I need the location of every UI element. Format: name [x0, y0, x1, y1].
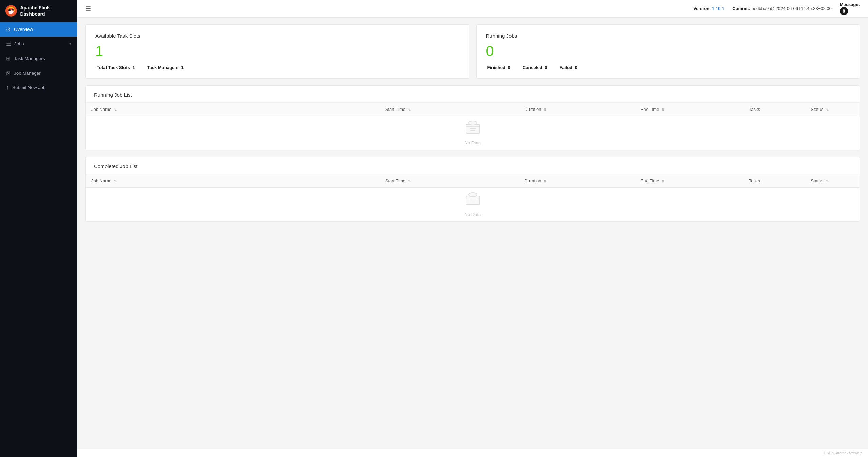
- running-job-list-title: Running Job List: [86, 86, 860, 103]
- running-col-status[interactable]: Status ⇅: [805, 103, 860, 116]
- completed-no-data-text: No Data: [465, 212, 481, 217]
- footer: CSDN @breaksoftware: [77, 449, 868, 457]
- completed-col-starttime[interactable]: Start Time ⇅: [380, 174, 519, 188]
- completed-table-empty-row: No Data: [86, 188, 860, 221]
- version-info: Version: 1.19.1: [693, 6, 724, 11]
- running-col-tasks: Tasks: [744, 103, 805, 116]
- completed-col-tasks: Tasks: [744, 174, 805, 188]
- sidebar-item-job-manager-label: Job Manager: [14, 71, 71, 76]
- sidebar-item-job-manager[interactable]: ⊠ Job Manager: [0, 66, 77, 80]
- task-slots-card: Available Task Slots 1 Total Task Slots …: [85, 24, 469, 79]
- running-jobs-title: Running Jobs: [486, 33, 850, 39]
- running-col-jobname[interactable]: Job Name ⇅: [86, 103, 380, 116]
- canceled-label: Canceled: [523, 65, 542, 70]
- total-task-slots-label: Total Task Slots: [97, 65, 130, 70]
- starttime-sort-icon: ⇅: [408, 108, 411, 112]
- task-managers-value: 1: [181, 65, 184, 70]
- completed-status-sort-icon: ⇅: [826, 179, 829, 183]
- sidebar-item-jobs[interactable]: ☰ Jobs ▾: [0, 37, 77, 51]
- running-job-list-section: Running Job List Job Name ⇅ Start Time ⇅: [85, 85, 860, 150]
- completed-jobname-sort-icon: ⇅: [114, 179, 117, 183]
- message-info: Message: 0: [840, 2, 860, 15]
- svg-point-5: [469, 121, 477, 125]
- completed-duration-sort-icon: ⇅: [544, 179, 546, 183]
- running-job-table: Job Name ⇅ Start Time ⇅ Duration ⇅ End: [86, 103, 860, 150]
- hamburger-icon[interactable]: ☰: [85, 5, 91, 13]
- jobs-arrow-icon: ▾: [69, 42, 71, 46]
- failed-stat: Failed 0: [558, 65, 577, 70]
- total-task-slots-stat: Total Task Slots 1: [95, 65, 135, 70]
- finished-stat: Finished 0: [486, 65, 510, 70]
- version-label: Version:: [693, 6, 711, 11]
- jobs-icon: ☰: [6, 41, 11, 47]
- sidebar-app-title: Apache Flink Dashboard: [20, 5, 72, 17]
- jobname-sort-icon: ⇅: [114, 108, 117, 112]
- summary-cards: Available Task Slots 1 Total Task Slots …: [85, 24, 860, 79]
- status-sort-icon: ⇅: [826, 108, 829, 112]
- running-jobs-stats: Finished 0 Canceled 0 Failed 0: [486, 65, 850, 70]
- job-manager-icon: ⊠: [6, 70, 11, 76]
- completed-col-status[interactable]: Status ⇅: [805, 174, 860, 188]
- task-managers-stat: Task Managers 1: [146, 65, 184, 70]
- duration-sort-icon: ⇅: [544, 108, 546, 112]
- completed-job-list-title: Completed Job List: [86, 157, 860, 174]
- message-badge: 0: [840, 7, 848, 15]
- finished-value: 0: [508, 65, 510, 70]
- completed-job-table: Job Name ⇅ Start Time ⇅ Duration ⇅ End: [86, 174, 860, 221]
- running-col-starttime[interactable]: Start Time ⇅: [380, 103, 519, 116]
- flink-logo: [5, 5, 17, 17]
- completed-col-duration[interactable]: Duration ⇅: [519, 174, 635, 188]
- commit-info: Commit: 5edb5a9 @ 2024-06-06T14:45:33+02…: [732, 6, 832, 11]
- version-value: 1.19.1: [712, 6, 724, 11]
- running-jobs-card: Running Jobs 0 Finished 0 Canceled 0 Fai…: [476, 24, 860, 79]
- sidebar-item-submit-new-job[interactable]: ↑ Submit New Job: [0, 80, 77, 95]
- completed-col-jobname[interactable]: Job Name ⇅: [86, 174, 380, 188]
- completed-starttime-sort-icon: ⇅: [408, 179, 411, 183]
- page-content: Available Task Slots 1 Total Task Slots …: [77, 18, 868, 449]
- svg-point-9: [469, 193, 477, 197]
- svg-point-3: [12, 9, 14, 11]
- completed-col-endtime[interactable]: End Time ⇅: [635, 174, 744, 188]
- svg-point-2: [8, 9, 11, 12]
- sidebar-item-jobs-label: Jobs: [14, 41, 66, 46]
- completed-job-list-section: Completed Job List Job Name ⇅ Start Time…: [85, 157, 860, 222]
- completed-endtime-sort-icon: ⇅: [662, 179, 664, 183]
- failed-value: 0: [575, 65, 577, 70]
- task-slots-stats: Total Task Slots 1 Task Managers 1: [95, 65, 460, 70]
- commit-label: Commit:: [732, 6, 750, 11]
- submit-job-icon: ↑: [6, 84, 9, 91]
- failed-label: Failed: [559, 65, 572, 70]
- sidebar-item-overview[interactable]: ⊙ Overview: [0, 22, 77, 37]
- running-col-endtime[interactable]: End Time ⇅: [635, 103, 744, 116]
- running-table-header-row: Job Name ⇅ Start Time ⇅ Duration ⇅ End: [86, 103, 860, 116]
- running-table-empty-row: No Data: [86, 116, 860, 150]
- running-no-data-icon: [91, 120, 854, 137]
- sidebar-item-task-managers-label: Task Managers: [14, 56, 71, 61]
- overview-icon: ⊙: [6, 26, 11, 33]
- main-content: ☰ Version: 1.19.1 Commit: 5edb5a9 @ 2024…: [77, 0, 868, 457]
- endtime-sort-icon: ⇅: [662, 108, 664, 112]
- topbar-info: Version: 1.19.1 Commit: 5edb5a9 @ 2024-0…: [693, 2, 860, 15]
- completed-table-header-row: Job Name ⇅ Start Time ⇅ Duration ⇅ End: [86, 174, 860, 188]
- finished-label: Finished: [487, 65, 505, 70]
- task-managers-icon: ⊞: [6, 55, 11, 62]
- sidebar-item-submit-new-job-label: Submit New Job: [12, 85, 71, 90]
- topbar: ☰ Version: 1.19.1 Commit: 5edb5a9 @ 2024…: [77, 0, 868, 18]
- running-col-duration[interactable]: Duration ⇅: [519, 103, 635, 116]
- sidebar-item-task-managers[interactable]: ⊞ Task Managers: [0, 51, 77, 66]
- sidebar-item-overview-label: Overview: [14, 27, 71, 32]
- canceled-value: 0: [545, 65, 547, 70]
- completed-no-data-icon: [91, 192, 854, 208]
- running-no-data-text: No Data: [465, 140, 481, 145]
- total-task-slots-value: 1: [132, 65, 135, 70]
- commit-value: 5edb5a9 @ 2024-06-06T14:45:33+02:00: [752, 6, 832, 11]
- task-slots-value: 1: [95, 44, 460, 58]
- running-jobs-value: 0: [486, 44, 850, 58]
- task-slots-title: Available Task Slots: [95, 33, 460, 39]
- footer-text: CSDN @breaksoftware: [824, 451, 863, 455]
- sidebar: Apache Flink Dashboard ⊙ Overview ☰ Jobs…: [0, 0, 77, 457]
- message-label: Message:: [840, 2, 860, 7]
- running-no-data-cell: No Data: [86, 116, 860, 150]
- completed-no-data-cell: No Data: [86, 188, 860, 221]
- canceled-stat: Canceled 0: [521, 65, 547, 70]
